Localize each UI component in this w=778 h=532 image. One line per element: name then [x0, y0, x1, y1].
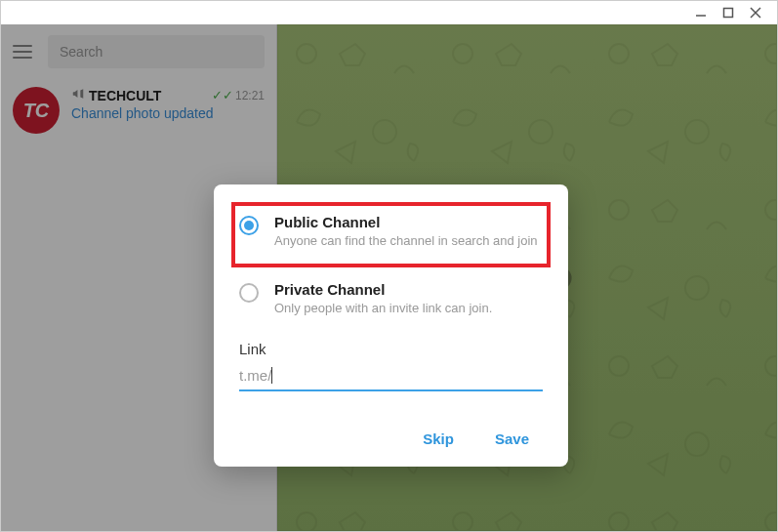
chat-list-item[interactable]: TC TECHCULT ✓✓ 12:21 Channel photo updat…: [1, 79, 276, 142]
close-button[interactable]: [742, 1, 769, 24]
save-button[interactable]: Save: [487, 425, 537, 453]
maximize-button[interactable]: [715, 1, 742, 24]
radio-selected-icon: [239, 216, 259, 235]
link-input[interactable]: t.me/: [239, 365, 543, 391]
avatar: TC: [13, 87, 60, 134]
option-title: Private Channel: [274, 281, 543, 298]
menu-button[interactable]: [13, 40, 36, 63]
link-field-label: Link: [239, 341, 543, 357]
option-desc: Anyone can find the channel in search an…: [274, 233, 543, 250]
search-input[interactable]: Search: [48, 35, 265, 68]
window-titlebar: [1, 1, 777, 24]
svg-rect-1: [724, 9, 733, 18]
megaphone-icon: [71, 87, 85, 103]
option-private-channel[interactable]: Private Channel Only people with an invi…: [239, 271, 543, 331]
search-placeholder: Search: [60, 44, 102, 60]
minimize-button[interactable]: [687, 1, 715, 24]
option-desc: Only people with an invite link can join…: [274, 301, 543, 317]
chat-name: TECHCULT: [89, 88, 161, 103]
chat-preview: Channel photo updated: [71, 105, 265, 121]
radio-unselected-icon: [239, 283, 259, 303]
read-ticks-icon: ✓✓: [212, 88, 233, 102]
link-prefix: t.me/: [239, 367, 271, 384]
skip-button[interactable]: Skip: [415, 425, 462, 453]
option-title: Public Channel: [274, 214, 543, 230]
chat-time: 12:21: [235, 89, 265, 102]
link-text-field[interactable]: [272, 365, 543, 386]
channel-type-dialog: Public Channel Anyone can find the chann…: [214, 184, 568, 467]
option-public-channel[interactable]: Public Channel Anyone can find the chann…: [231, 202, 551, 267]
